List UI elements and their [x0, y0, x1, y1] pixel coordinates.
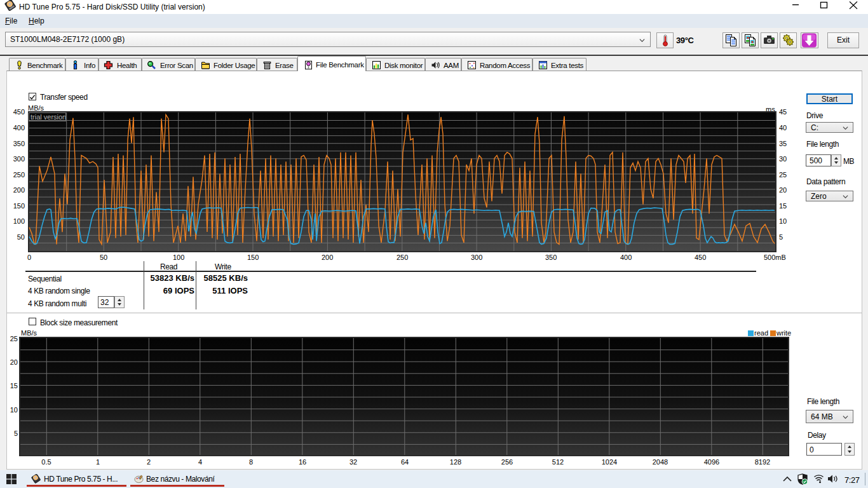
svg-text:trial version: trial version: [31, 113, 66, 121]
